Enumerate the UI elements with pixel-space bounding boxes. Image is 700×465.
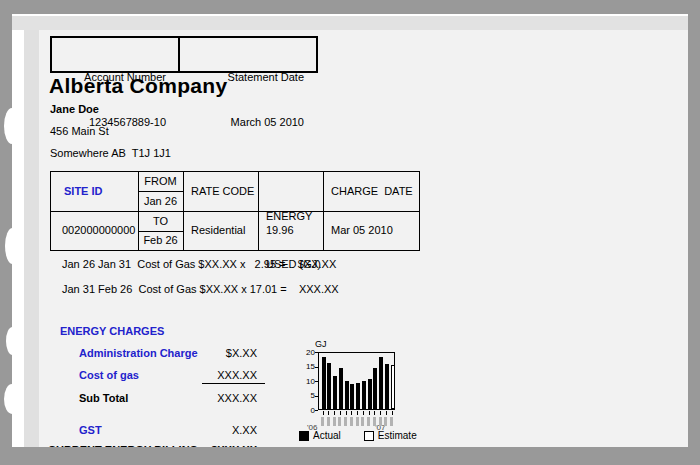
company-title: Alberta Company <box>49 74 227 98</box>
chart-month-mark <box>390 417 393 426</box>
chart-month-mark <box>344 417 347 426</box>
chart-x-tick <box>323 411 324 415</box>
chart-month-mark <box>361 417 364 426</box>
to-date: Feb 26 <box>138 231 183 250</box>
chart-y-tick-label: 20 <box>299 348 315 357</box>
paper-edge-blob <box>4 384 20 414</box>
chart-bar <box>373 368 377 409</box>
chart-x-tick <box>351 411 352 415</box>
chart-x-tick <box>374 411 375 415</box>
chart-bar <box>379 357 383 409</box>
site-id-header: SITE ID <box>64 172 138 211</box>
chart-plot <box>318 352 395 410</box>
paper-edge-blob <box>4 108 20 144</box>
charge-row-label: Administration Charge <box>79 347 198 359</box>
chart-y-tick <box>315 396 318 397</box>
chart-y-tick-label: 10 <box>299 377 315 386</box>
subtotal-rule <box>202 383 265 384</box>
chart-bar <box>339 368 343 409</box>
site-rate-table: SITE ID 002000000000 FROM Jan 26 TO Feb … <box>50 171 420 251</box>
chart-x-tick <box>392 411 393 415</box>
charge-row-value: $XXX.XX <box>187 444 257 447</box>
chart-bar <box>345 381 349 409</box>
chart-x-tick <box>357 411 358 415</box>
usage-history-chart: GJ '06 '07 Actual Estimate 05101520 <box>299 338 449 447</box>
from-date: Jan 26 <box>138 191 183 211</box>
rate-code-value: Residential <box>191 211 258 250</box>
rate-code-header: RATE CODE <box>191 172 258 211</box>
chart-bar <box>362 381 366 409</box>
paper-edge-blob <box>6 327 19 355</box>
charge-date-header: CHARGE DATE <box>331 172 419 211</box>
account-number-cell: Account Number 1234567889-10 <box>52 38 180 71</box>
bill-page: Account Number 1234567889-10 Statement D… <box>39 30 688 447</box>
chart-y-tick-label: 15 <box>299 362 315 371</box>
charge-row-label: Cost of gas <box>79 369 139 381</box>
chart-x-tick <box>386 411 387 415</box>
chart-month-mark <box>356 417 359 426</box>
statement-date-value: March 05 2010 <box>180 115 304 130</box>
to-header: TO <box>138 211 183 231</box>
charge-row-value: XXX.XX <box>187 369 257 381</box>
charge-row-value: X.XX <box>187 424 257 436</box>
paper-edge-blob <box>5 228 20 264</box>
chart-x-tick <box>380 411 381 415</box>
chart-x-tick <box>334 411 335 415</box>
charge-row-label: Sub Total <box>79 392 128 404</box>
chart-bar <box>327 363 331 409</box>
chart-x-tick <box>340 411 341 415</box>
chart-bar <box>322 357 326 409</box>
estimate-legend-swatch-icon <box>364 431 374 441</box>
actual-legend-label: Actual <box>313 430 341 441</box>
gas-calc-line: Jan 31 Feb 26 Cost of Gas $XX.XX x 17.01… <box>62 283 339 295</box>
chart-y-tick-label: 5 <box>299 391 315 400</box>
energy-charges-title: ENERGY CHARGES <box>60 325 164 337</box>
chart-month-mark <box>373 417 376 426</box>
paper-left-shading <box>24 30 39 447</box>
chart-x-tick <box>369 411 370 415</box>
from-header: FROM <box>138 172 183 191</box>
chart-bar <box>333 376 337 409</box>
chart-x-tick <box>363 411 364 415</box>
chart-legend: Actual Estimate <box>299 430 417 441</box>
account-summary-box: Account Number 1234567889-10 Statement D… <box>50 36 318 73</box>
estimate-legend-label: Estimate <box>378 430 417 441</box>
actual-legend-swatch-icon <box>299 431 309 441</box>
chart-y-tick-label: 0 <box>299 406 315 415</box>
charge-row-label: GST <box>79 424 102 436</box>
chart-month-mark <box>367 417 370 426</box>
chart-month-mark <box>327 417 330 426</box>
customer-name: Jane Doe <box>50 103 99 115</box>
chart-y-tick <box>315 352 318 353</box>
site-id-value: 002000000000 <box>62 211 138 250</box>
page-top-shading <box>12 16 688 30</box>
gas-calc-line: Jan 26 Jan 31 Cost of Gas $XX.XX x 2.95 … <box>62 258 336 270</box>
chart-month-mark <box>333 417 336 426</box>
chart-month-mark <box>379 417 382 426</box>
statement-date-cell: Statement Date March 05 2010 <box>180 38 316 71</box>
customer-address-line1: 456 Main St <box>50 125 109 137</box>
chart-month-mark <box>350 417 353 426</box>
charge-date-value: Mar 05 2010 <box>331 211 419 250</box>
chart-bar <box>385 364 389 409</box>
charge-row-label: CURRENT ENERGY BILLING <box>48 444 198 447</box>
chart-month-mark <box>338 417 341 426</box>
chart-x-tick <box>328 411 329 415</box>
customer-address-line2: Somewhere AB T1J 1J1 <box>50 147 171 159</box>
charge-row-value: XXX.XX <box>187 392 257 404</box>
chart-y-tick <box>315 410 318 411</box>
chart-bar <box>356 383 360 409</box>
chart-month-mark <box>384 417 387 426</box>
energy-used-value: 19.96 <box>266 211 323 250</box>
chart-y-tick <box>315 367 318 368</box>
charge-row-value: $X.XX <box>187 347 257 359</box>
chart-x-tick <box>346 411 347 415</box>
chart-bar <box>391 365 395 409</box>
chart-y-tick <box>315 381 318 382</box>
chart-bar <box>350 384 354 409</box>
chart-y-axis-title: GJ <box>315 339 327 349</box>
chart-bar <box>368 379 372 409</box>
document-viewer: { "account_box": { "account_number_label… <box>0 0 700 465</box>
chart-month-mark <box>321 417 324 426</box>
